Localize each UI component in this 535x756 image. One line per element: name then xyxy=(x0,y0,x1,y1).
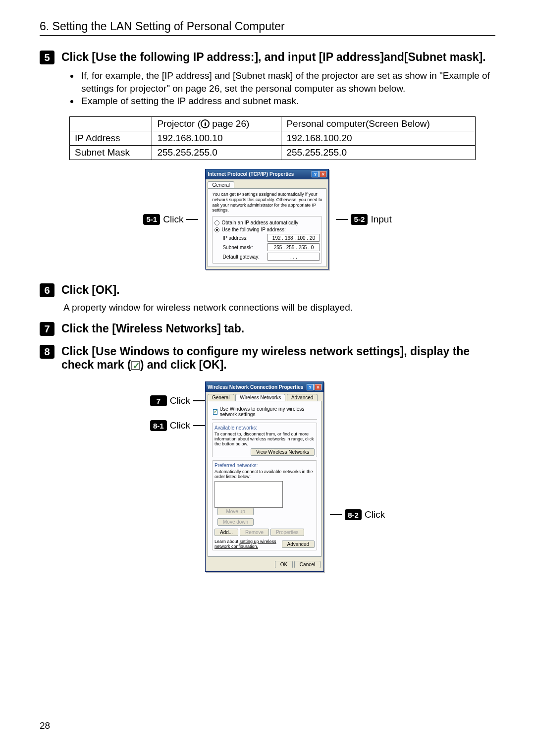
step-8-title: Click [Use Windows to configure my wirel… xyxy=(61,345,495,372)
help-icon[interactable]: ? xyxy=(312,171,319,177)
radio-icon[interactable] xyxy=(214,227,219,232)
callout-line xyxy=(193,425,205,426)
step-5-title: Click [Use the following IP address:], a… xyxy=(61,51,495,64)
table-row-label: Subnet Mask xyxy=(70,145,152,160)
checkmark-icon xyxy=(131,361,140,370)
callout-line xyxy=(330,514,342,515)
tab-general[interactable]: General xyxy=(208,394,234,401)
ip-address-input[interactable]: 192 . 168 . 100 . 20 xyxy=(268,234,320,242)
close-icon[interactable]: × xyxy=(320,171,326,177)
checkbox-icon[interactable] xyxy=(213,409,217,415)
ip-table: Projector ( page 26) Personal computer(S… xyxy=(69,116,476,160)
step-6: 6 Click [OK]. xyxy=(40,283,495,297)
dialog-panel: Use Windows to configure my wireless net… xyxy=(208,401,321,557)
callout-7-label: Click xyxy=(170,395,190,406)
callout-5-1: 5-1 Click xyxy=(143,214,198,225)
table-cell: 192.168.100.20 xyxy=(281,131,476,145)
table-cell: 255.255.255.0 xyxy=(281,145,476,160)
use-windows-checkbox[interactable]: Use Windows to configure my wireless net… xyxy=(212,404,317,420)
subnet-mask-input[interactable]: 255 . 255 . 255 . 0 xyxy=(268,243,320,251)
page-number: 28 xyxy=(40,720,50,731)
tab-wireless-networks[interactable]: Wireless Networks xyxy=(235,394,285,401)
step-5-bullets: If, for example, the [IP address] and [S… xyxy=(69,69,495,108)
callout-line xyxy=(336,219,348,220)
dialog-panel: You can get IP settings assigned automat… xyxy=(208,188,326,267)
ip-address-row: IP address:192 . 168 . 100 . 20 xyxy=(222,234,320,242)
dialog-title: Internet Protocol (TCP/IP) Properties xyxy=(208,171,294,177)
available-label: Available networks: xyxy=(214,425,315,431)
radio-use-ip[interactable]: Use the following IP address: xyxy=(214,227,320,232)
properties-button[interactable]: Properties xyxy=(270,529,304,536)
table-row-label: IP Address xyxy=(70,131,152,145)
tab-general[interactable]: General xyxy=(208,181,234,188)
radio-auto[interactable]: Obtain an IP address automatically xyxy=(214,220,320,225)
view-wireless-button[interactable]: View Wireless Networks xyxy=(251,448,315,456)
bullet: If, for example, the [IP address] and [S… xyxy=(79,69,495,95)
tab-advanced[interactable]: Advanced xyxy=(287,394,318,401)
gateway-row: Default gateway:. . . xyxy=(222,253,320,261)
table-cell: 255.255.255.0 xyxy=(152,145,281,160)
step-6-title: Click [OK]. xyxy=(61,283,495,297)
gateway-input[interactable]: . . . xyxy=(268,253,320,261)
callout-5-1-badge: 5-1 xyxy=(143,214,160,225)
callout-5-2-badge: 5-2 xyxy=(351,214,368,225)
radio-icon[interactable] xyxy=(214,220,219,225)
remove-button[interactable]: Remove xyxy=(240,529,269,536)
callout-8-2-label: Click xyxy=(365,509,385,520)
figure-tcpip: 5-1 Click Internet Protocol (TCP/IP) Pro… xyxy=(40,169,495,270)
callout-line xyxy=(186,219,198,220)
preferred-networks-section: Preferred networks: Automatically connec… xyxy=(212,460,317,550)
tab-strip: General Wireless Networks Advanced xyxy=(206,392,323,401)
callout-8-2-badge: 8-2 xyxy=(345,509,362,520)
titlebar-buttons[interactable]: ?× xyxy=(306,384,321,390)
table-header-pc: Personal computer(Screen Below) xyxy=(281,116,476,131)
help-icon[interactable]: ? xyxy=(307,384,314,390)
titlebar-buttons[interactable]: ?× xyxy=(311,171,326,177)
dialog-titlebar: Wireless Network Connection Properties ?… xyxy=(206,382,323,392)
dialog-title: Wireless Network Connection Properties xyxy=(208,384,303,390)
preferred-listbox[interactable] xyxy=(214,481,283,508)
callout-8-1-label: Click xyxy=(170,420,190,431)
tcpip-description: You can get IP settings assigned automat… xyxy=(212,192,322,213)
callout-7-badge: 7 xyxy=(150,395,167,406)
available-networks-section: Available networks: To connect to, disco… xyxy=(212,423,317,457)
callout-5-2-label: Input xyxy=(371,214,391,225)
callout-8-2: 8-2 Click xyxy=(330,509,385,520)
callout-8-1: 8-1 Click xyxy=(150,420,205,431)
callout-7: 7 Click xyxy=(150,395,205,406)
dialog-titlebar: Internet Protocol (TCP/IP) Properties ?× xyxy=(206,169,328,179)
callout-line xyxy=(193,400,205,401)
close-icon[interactable]: × xyxy=(315,384,321,390)
step-6-badge: 6 xyxy=(40,283,54,297)
step-5: 5 Click [Use the following IP address:],… xyxy=(40,51,495,64)
table-header-projector: Projector ( page 26) xyxy=(152,116,281,131)
tab-strip: General xyxy=(206,179,328,188)
step-6-body: A property window for wireless network c… xyxy=(63,302,495,313)
step-8: 8 Click [Use Windows to configure my wir… xyxy=(40,345,495,372)
preferred-label: Preferred networks: xyxy=(214,463,315,468)
dialog-button-row: OK Cancel xyxy=(206,559,323,571)
step-7-title: Click the [Wireless Networks] tab. xyxy=(61,322,495,335)
table-cell: 192.168.100.10 xyxy=(152,131,281,145)
bullet: Example of setting the IP address and su… xyxy=(79,95,495,108)
preferred-hint: Automatically connect to available netwo… xyxy=(214,469,315,479)
step-5-badge: 5 xyxy=(40,51,54,64)
figure-wireless: 7 Click 8-1 Click Wireless Network Conne… xyxy=(40,381,495,572)
step-7: 7 Click the [Wireless Networks] tab. xyxy=(40,322,495,336)
learn-text: Learn about setting up wireless network … xyxy=(214,539,282,549)
subnet-row: Subnet mask:255 . 255 . 255 . 0 xyxy=(222,243,320,251)
callout-8-1-badge: 8-1 xyxy=(150,420,167,431)
move-down-button[interactable]: Move down xyxy=(217,518,254,526)
callout-5-2: 5-2 Input xyxy=(336,214,391,225)
step-7-badge: 7 xyxy=(40,322,54,336)
hand-icon xyxy=(201,119,210,128)
available-hint: To connect to, disconnect from, or find … xyxy=(214,432,315,446)
cancel-button[interactable]: Cancel xyxy=(294,561,321,568)
ok-button[interactable]: OK xyxy=(275,561,293,568)
move-up-button[interactable]: Move up xyxy=(217,508,254,515)
table-header-empty xyxy=(70,116,152,131)
advanced-button[interactable]: Advanced xyxy=(282,540,315,548)
callout-5-1-label: Click xyxy=(163,214,183,225)
tcpip-dialog: Internet Protocol (TCP/IP) Properties ?×… xyxy=(205,169,329,270)
add-button[interactable]: Add... xyxy=(214,529,238,536)
